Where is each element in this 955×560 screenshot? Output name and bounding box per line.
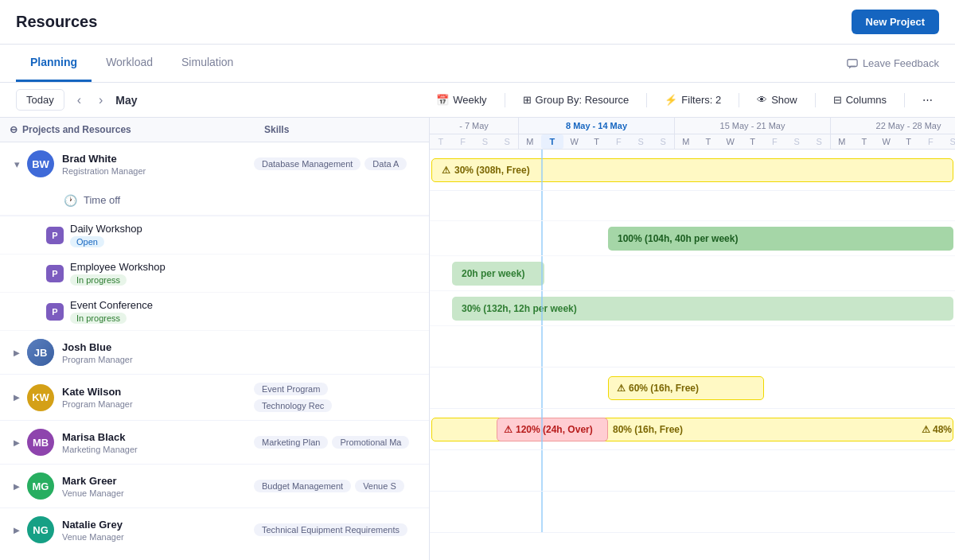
today-line7 <box>541 368 543 408</box>
day-T4: T <box>742 134 764 149</box>
current-month: May <box>115 94 137 107</box>
group-by-button[interactable]: ⊞ Group By: Resource <box>516 91 636 109</box>
avatar-mark-greer: MG <box>27 472 54 500</box>
day-S2: S <box>496 134 518 149</box>
toolbar-right: 📅 Weekly ⊞ Group By: Resource ⚡ Filters:… <box>430 91 939 109</box>
daily-workshop-name: Daily Workshop <box>70 223 419 235</box>
resource-natalie-grey-main[interactable]: ► NG Natalie Grey Venue Manager Technica… <box>0 508 429 551</box>
daily-workshop-icon: P <box>46 227 64 244</box>
marisa-warn2: ⚠ <box>922 424 930 435</box>
day-S6: S <box>808 134 830 149</box>
josh-blue-role: Program Manager <box>62 355 419 364</box>
avatar-marisa-black: MB <box>27 429 54 456</box>
expand-mark-greer[interactable]: ► <box>10 479 24 493</box>
more-button[interactable]: ⋯ <box>916 91 939 109</box>
employee-workshop-status: In progress <box>70 274 127 286</box>
marisa-yellow-label: 80% (16h, Free) <box>613 424 683 435</box>
group-by-label: Group By: Resource <box>536 94 630 106</box>
day-F3: F <box>763 134 785 149</box>
employee-workshop-bar: 20h per week) <box>452 262 544 286</box>
kate-wilson-skills: Event Program Technology Rec <box>244 383 419 412</box>
expand-josh-blue[interactable]: ► <box>10 345 24 360</box>
resource-brad-white-main[interactable]: ▾ BW Brad White Registration Manager Dat… <box>0 142 429 185</box>
column-headers: ⊖ Projects and Resources Skills <box>0 118 429 142</box>
expand-brad-white[interactable]: ▾ <box>10 157 24 171</box>
page-title: Resources <box>16 13 97 31</box>
left-panel: ⊖ Projects and Resources Skills ▾ BW Bra… <box>0 118 430 560</box>
employee-workshop-row[interactable]: P Employee Workshop In progress <box>0 255 429 293</box>
skill-data-a: Data A <box>364 158 407 170</box>
employee-workshop-info: Employee Workshop In progress <box>70 261 419 286</box>
expand-kate-wilson[interactable]: ► <box>10 391 24 405</box>
gantt-row-mark-greer <box>430 450 955 492</box>
warning-icon: ⚠ <box>442 165 450 176</box>
prev-arrow[interactable]: ‹ <box>72 91 86 109</box>
marisa-black-role: Marketing Manager <box>62 445 244 454</box>
toolbar: Today ‹ › May 📅 Weekly ⊞ Group By: Resou… <box>0 83 955 118</box>
day-S1: S <box>474 134 497 149</box>
natalie-grey-name: Natalie Grey <box>62 519 244 531</box>
kate-warning: ⚠ <box>617 383 626 394</box>
day-W2: W <box>719 134 742 149</box>
resource-marisa-black-main[interactable]: ► MB Marisa Black Marketing Manager Mark… <box>0 420 429 464</box>
employee-workshop-name: Employee Workshop <box>70 261 419 273</box>
filters-button[interactable]: ⚡ Filters: 2 <box>658 91 727 109</box>
tab-simulation[interactable]: Simulation <box>167 45 248 82</box>
new-project-button[interactable]: New Project <box>852 10 939 34</box>
show-button[interactable]: 👁 Show <box>750 91 804 109</box>
timeoff-label: Time off <box>84 194 120 206</box>
expand-marisa-black[interactable]: ► <box>10 435 24 449</box>
event-conference-info: Event Conference In progress <box>70 299 419 324</box>
resource-josh-blue-main[interactable]: ► JB Josh Blue Program Manager <box>0 331 429 374</box>
weekly-button[interactable]: 📅 Weekly <box>430 91 493 109</box>
avatar-kate-wilson: KW <box>27 384 54 411</box>
day-W3: W <box>875 134 898 149</box>
week-group-22-28may: 22 May - 28 May M T W T F S S <box>831 118 955 149</box>
skill-marketing: Marketing Plan <box>254 436 328 449</box>
main-content: ⊖ Projects and Resources Skills ▾ BW Bra… <box>0 118 955 560</box>
daily-workshop-row[interactable]: P Daily Workshop Open <box>0 216 429 255</box>
columns-button[interactable]: ⊟ Columns <box>827 91 893 109</box>
next-arrow[interactable]: › <box>94 91 107 109</box>
week-group-15-21may: 15 May - 21 May M T W T F S S <box>675 118 831 149</box>
today-line9 <box>541 450 543 491</box>
tabs-bar: Planning Workload Simulation Leave Feedb… <box>0 45 955 83</box>
event-conference-row[interactable]: P Event Conference In progress <box>0 293 429 331</box>
today-line5 <box>541 291 543 325</box>
marisa-red-bar: ⚠ 120% (24h, Over) <box>497 418 608 441</box>
marisa-warning: ⚠ <box>504 424 513 435</box>
header: Resources New Project <box>0 0 955 45</box>
expand-natalie-grey[interactable]: ► <box>10 523 24 537</box>
resource-row-brad-white: ▾ BW Brad White Registration Manager Dat… <box>0 142 429 216</box>
brad-white-name: Brad White <box>62 153 244 165</box>
leave-feedback-button[interactable]: Leave Feedback <box>847 57 939 69</box>
today-line3 <box>541 221 543 255</box>
day-M3: M <box>831 134 853 149</box>
marisa-black-skills: Marketing Plan Promotional Ma <box>244 436 419 449</box>
show-label: Show <box>771 94 797 106</box>
separator2 <box>646 93 647 107</box>
brad-white-bar-label: 30% (308h, Free) <box>454 165 530 176</box>
gantt-row-kate-wilson: ⚠ 60% (16h, Free) <box>430 368 955 409</box>
today-line6 <box>541 326 543 367</box>
day-F2: F <box>607 134 630 149</box>
filters-label: Filters: 2 <box>681 94 721 106</box>
event-conference-status: In progress <box>70 313 127 324</box>
skill-tech-eq: Technical Equipment Requirements <box>254 523 407 536</box>
separator4 <box>815 93 816 107</box>
gantt-row-josh-blue <box>430 326 955 368</box>
josh-blue-name: Josh Blue <box>62 341 419 353</box>
day-S4: S <box>652 134 674 149</box>
tab-workload[interactable]: Workload <box>92 45 167 82</box>
days-22-28may: M T W T F S S <box>831 134 955 149</box>
kate-wilson-name: Kate Wilson <box>62 386 244 398</box>
gantt-row-brad-white: ⚠ 30% (308h, Free) <box>430 150 955 191</box>
resource-kate-wilson-main[interactable]: ► KW Kate Wilson Program Manager Event P… <box>0 374 429 420</box>
resource-mark-greer-main[interactable]: ► MG Mark Greer Venue Manager Budget Man… <box>0 464 429 508</box>
today-button[interactable]: Today <box>16 89 64 111</box>
collapse-icon[interactable]: ⊖ <box>10 124 18 135</box>
columns-label: Columns <box>846 94 887 106</box>
tab-planning[interactable]: Planning <box>16 45 92 82</box>
day-T2: T <box>586 134 608 149</box>
days-7may: T F S S <box>430 134 518 149</box>
